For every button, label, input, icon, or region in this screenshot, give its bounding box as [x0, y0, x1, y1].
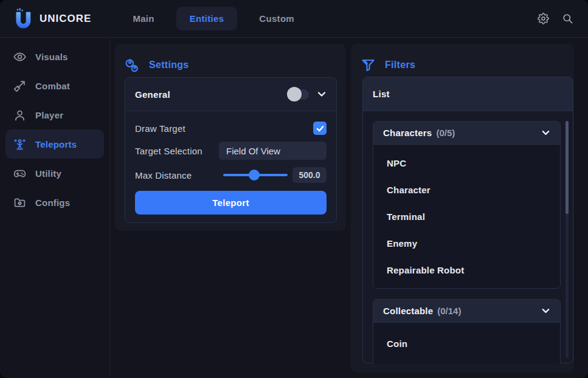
sidebar-item-configs[interactable]: Configs [5, 188, 104, 217]
settings-panel: Settings General [115, 44, 346, 231]
sidebar-item-label: Visuals [35, 52, 68, 62]
target-selection-label: Target Selection [135, 146, 219, 156]
sidebar-item-player[interactable]: Player [5, 100, 104, 129]
list-section: List Characters (0/5) NPC [362, 77, 573, 363]
folder-gear-icon [13, 196, 26, 209]
characters-group-body: NPC Character Terminal Enemy Repairable … [373, 145, 560, 288]
collectable-group-count: (0/14) [437, 306, 461, 316]
slider-knob[interactable] [249, 170, 260, 180]
main-area: Visuals Combat Player [0, 38, 588, 378]
sidebar-item-label: Combat [35, 81, 70, 91]
general-toggle[interactable] [288, 89, 309, 100]
max-distance-row: Max Distance 500.0 [135, 167, 327, 183]
teleport-icon [13, 138, 26, 151]
collectable-group-title: Collectable [383, 306, 433, 316]
filters-panel-title: Filters [351, 44, 574, 77]
tab-main[interactable]: Main [119, 7, 167, 30]
chevron-down-icon[interactable] [317, 89, 327, 99]
filter-item-coin[interactable]: Coin [373, 330, 560, 357]
topbar: UNICORE Main Entities Custom [0, 0, 588, 38]
general-section-header[interactable]: General [125, 78, 336, 111]
topbar-icons [538, 13, 573, 24]
draw-target-row: Draw Target [135, 121, 327, 136]
brand: UNICORE [15, 8, 91, 30]
sidebar-item-label: Player [35, 110, 63, 120]
filter-item-terminal[interactable]: Terminal [373, 203, 560, 230]
sidebar-item-label: Utility [35, 168, 61, 179]
characters-group-header[interactable]: Characters (0/5) [373, 122, 560, 145]
sidebar-item-visuals[interactable]: Visuals [5, 42, 104, 71]
check-icon [316, 125, 324, 132]
chevron-down-icon[interactable] [541, 128, 550, 137]
unicore-window: UNICORE Main Entities Custom Visuals [0, 0, 588, 378]
teleport-button[interactable]: Teleport [135, 191, 327, 215]
search-icon[interactable] [562, 13, 573, 24]
sidebar: Visuals Combat Player [0, 38, 110, 378]
settings-title-text: Settings [149, 60, 189, 70]
max-distance-value: 500.0 [292, 167, 327, 183]
characters-group-title: Characters [383, 128, 432, 138]
filter-group-characters: Characters (0/5) NPC Character Terminal [373, 121, 561, 289]
list-section-body: Characters (0/5) NPC Character Terminal [363, 111, 573, 363]
settings-panel-title: Settings [115, 44, 346, 77]
characters-group-count: (0/5) [436, 128, 455, 138]
collectable-group-body: Coin [373, 323, 560, 363]
general-section-title: General [135, 89, 170, 100]
max-distance-slider[interactable] [223, 167, 288, 183]
top-nav: Main Entities Custom [119, 7, 308, 30]
draw-target-checkbox[interactable] [313, 122, 327, 135]
gear-icon[interactable] [538, 13, 549, 24]
filter-item-enemy[interactable]: Enemy [373, 230, 560, 256]
double-gear-icon [125, 58, 140, 72]
tab-entities[interactable]: Entities [176, 7, 238, 30]
funnel-icon [361, 58, 376, 72]
general-section-body: Draw Target Target Selection Field Of Vi… [125, 111, 336, 224]
filter-group-collectable: Collectable (0/14) Coin [373, 299, 561, 363]
sidebar-item-combat[interactable]: Combat [5, 71, 104, 100]
sword-icon [13, 80, 26, 92]
sidebar-item-utility[interactable]: Utility [5, 159, 104, 188]
max-distance-label: Max Distance [135, 170, 223, 180]
target-selection-select[interactable]: Field Of View [219, 142, 327, 160]
content-area: Settings General [110, 38, 588, 378]
general-header-controls [288, 89, 327, 100]
list-scrollbar-thumb[interactable] [566, 121, 569, 214]
draw-target-label: Draw Target [135, 123, 313, 134]
filters-title-text: Filters [385, 60, 415, 70]
sidebar-item-teleports[interactable]: Teleports [5, 129, 104, 159]
unicore-logo-icon [15, 8, 33, 30]
tab-custom[interactable]: Custom [246, 7, 308, 30]
person-icon [13, 109, 26, 122]
sidebar-item-label: Configs [35, 198, 70, 208]
sidebar-item-label: Teleports [35, 139, 77, 149]
general-section: General Draw Target [125, 77, 337, 223]
target-selection-row: Target Selection Field Of View [135, 142, 327, 160]
filter-item-character[interactable]: Character [373, 176, 560, 203]
chevron-down-icon[interactable] [541, 306, 550, 315]
filters-panel: Filters List Characters (0/5) [351, 44, 574, 373]
filter-item-repairable-robot[interactable]: Repairable Robot [373, 256, 560, 283]
eye-icon [13, 50, 26, 63]
list-section-header: List [363, 77, 573, 111]
brand-name: UNICORE [40, 13, 91, 25]
filter-item-npc[interactable]: NPC [373, 149, 560, 176]
target-selection-value: Field Of View [226, 146, 280, 156]
gamepad-icon [13, 167, 26, 180]
collectable-group-header[interactable]: Collectable (0/14) [373, 300, 560, 323]
toggle-knob[interactable] [287, 87, 302, 101]
